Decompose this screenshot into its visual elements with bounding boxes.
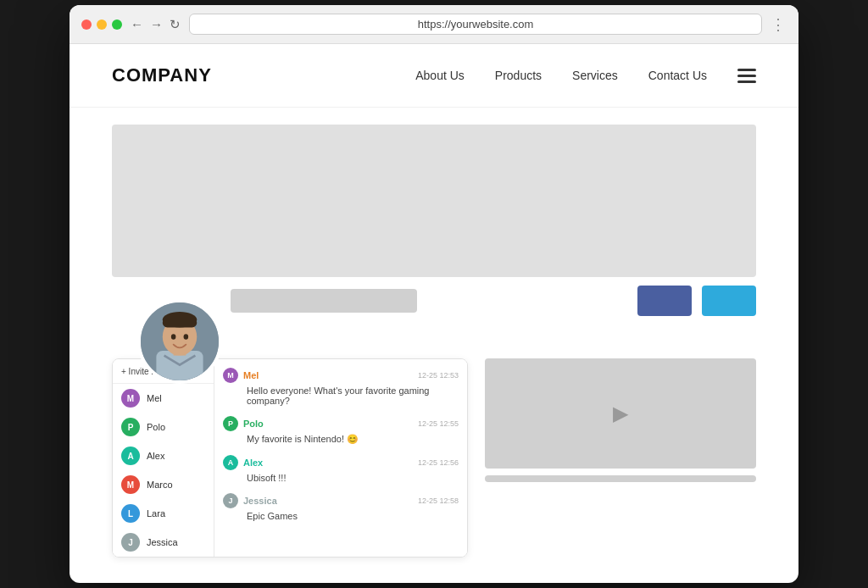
back-button[interactable]: ← [131, 17, 143, 31]
chat-msg-header: P Polo 12-25 12:55 [223, 416, 459, 431]
chat-message: M Mel 12-25 12:53 Hello everyone! What's… [223, 368, 459, 406]
chat-user-name: Lara [147, 508, 165, 519]
browser-window: ← → ↻ https://yourwebsite.com ⋮ COMPANY … [70, 5, 798, 583]
chat-msg-header: M Mel 12-25 12:53 [223, 368, 459, 383]
chat-widget: + Invite Friends ‹ › M Mel P Polo [112, 358, 468, 557]
lower-section: + Invite Friends ‹ › M Mel P Polo [112, 358, 756, 557]
chat-text: My favorite is Nintendo! 😊 [223, 434, 459, 445]
chat-text: Ubisoft !!! [223, 473, 459, 483]
browser-menu-icon[interactable]: ⋮ [771, 15, 787, 34]
chat-message: P Polo 12-25 12:55 My favorite is Ninten… [223, 416, 459, 445]
chat-sender: Mel [243, 370, 259, 380]
chat-sender: Polo [243, 419, 264, 429]
hero-section [112, 125, 756, 358]
video-progress-bar[interactable] [485, 475, 756, 482]
chat-user-name: Alex [147, 451, 164, 461]
avatar: P [121, 418, 140, 436]
svg-point-7 [184, 334, 189, 339]
chat-sidebar: + Invite Friends ‹ › M Mel P Polo [113, 359, 214, 557]
svg-rect-5 [163, 318, 197, 327]
list-item[interactable]: P Polo [113, 413, 214, 441]
chat-sender: Alex [243, 458, 263, 468]
traffic-lights [81, 19, 122, 30]
secondary-action-button[interactable] [702, 286, 756, 316]
browser-chrome: ← → ↻ https://yourwebsite.com ⋮ [70, 5, 798, 44]
profile-avatar [137, 299, 222, 384]
chat-message: A Alex 12-25 12:56 Ubisoft !!! [223, 455, 459, 483]
avatar: L [121, 504, 140, 523]
minimize-button[interactable] [97, 19, 107, 30]
site-header: COMPANY About Us Products Services Conta… [70, 44, 798, 108]
chat-user-name: Marco [147, 480, 173, 490]
chat-user-name: Polo [147, 422, 165, 432]
chat-timestamp: 12-25 12:55 [418, 419, 459, 428]
list-item[interactable]: L Lara [113, 499, 214, 528]
website-content: COMPANY About Us Products Services Conta… [70, 44, 798, 557]
avatar: A [223, 455, 238, 470]
nav-products[interactable]: Products [495, 69, 542, 82]
svg-point-6 [171, 334, 176, 339]
hero-banner [112, 125, 756, 277]
hamburger-menu[interactable] [737, 69, 756, 83]
site-logo: COMPANY [112, 64, 212, 86]
avatar: A [121, 447, 140, 465]
chat-user-name: Jessica [147, 537, 178, 547]
avatar: J [223, 493, 238, 508]
video-player[interactable]: ▶ [485, 358, 756, 469]
avatar: M [121, 389, 140, 408]
avatar: J [121, 533, 140, 552]
close-button[interactable] [81, 19, 92, 30]
chat-sender: Jessica [243, 496, 277, 506]
browser-nav: ← → ↻ [131, 17, 181, 32]
profile-text-bar [231, 289, 417, 313]
chat-timestamp: 12-25 12:58 [418, 496, 459, 505]
nav-about[interactable]: About Us [415, 69, 465, 82]
play-button[interactable]: ▶ [604, 397, 637, 430]
chat-user-name: Mel [147, 393, 162, 403]
avatar: M [121, 475, 140, 494]
fullscreen-button[interactable] [112, 19, 122, 30]
chat-text: Epic Games [223, 511, 459, 521]
avatar: P [223, 416, 238, 431]
forward-button[interactable]: → [150, 17, 163, 31]
chat-timestamp: 12-25 12:53 [418, 371, 459, 380]
nav-contact[interactable]: Contact Us [648, 69, 707, 82]
chat-main: M Mel 12-25 12:53 Hello everyone! What's… [214, 359, 467, 557]
site-nav: About Us Products Services Contact Us [415, 69, 756, 83]
chat-message: J Jessica 12-25 12:58 Epic Games [223, 493, 459, 521]
avatar: M [223, 368, 238, 383]
primary-action-button[interactable] [637, 286, 692, 316]
avatar-container [137, 299, 222, 384]
list-item[interactable]: M Marco [113, 470, 214, 499]
chat-timestamp: 12-25 12:56 [418, 458, 459, 467]
list-item[interactable]: M Mel [113, 384, 214, 413]
refresh-button[interactable]: ↻ [170, 17, 181, 32]
list-item[interactable]: A Alex [113, 441, 214, 470]
nav-services[interactable]: Services [572, 69, 618, 82]
chat-text: Hello everyone! What's your favorite gam… [223, 386, 459, 406]
address-bar[interactable]: https://yourwebsite.com [189, 14, 762, 35]
chat-msg-header: J Jessica 12-25 12:58 [223, 493, 459, 508]
video-widget: ▶ [485, 358, 756, 557]
list-item[interactable]: J Jessica [113, 528, 214, 557]
chat-msg-header: A Alex 12-25 12:56 [223, 455, 459, 470]
